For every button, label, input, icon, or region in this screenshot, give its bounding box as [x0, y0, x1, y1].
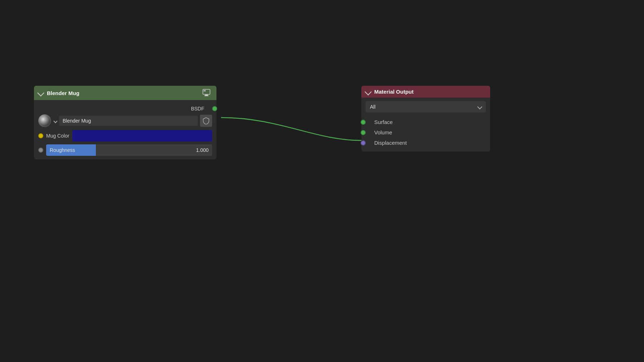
preview-icon[interactable] [202, 89, 212, 97]
dropdown-label: All [370, 104, 376, 110]
blender-mug-header: Blender Mug [34, 86, 216, 100]
mug-color-row: Mug Color [38, 130, 212, 142]
shield-button[interactable] [200, 115, 212, 127]
bsdf-output-socket[interactable] [212, 106, 217, 111]
material-output-node: Material Output All Surface Volume Displ… [361, 86, 490, 152]
material-output-collapse-chevron-icon[interactable] [365, 88, 372, 95]
surface-input-socket[interactable] [361, 120, 366, 125]
material-selector-row [38, 114, 212, 127]
small-chevron-icon [53, 119, 57, 123]
material-output-header: Material Output [361, 86, 490, 98]
blender-mug-body: BSDF Mug Color [34, 100, 216, 159]
collapse-chevron-icon[interactable] [37, 89, 44, 96]
roughness-value: 1.000 [196, 147, 209, 153]
mug-color-socket[interactable] [38, 133, 43, 138]
sphere-dropdown-chevron-icon [53, 118, 57, 124]
material-output-header-left: Material Output [366, 89, 414, 95]
connector-svg [0, 0, 644, 362]
render-engine-dropdown[interactable]: All [366, 101, 486, 113]
roughness-socket[interactable] [38, 148, 43, 153]
svg-rect-2 [204, 95, 209, 96]
dropdown-chevron-icon [477, 104, 482, 109]
volume-input-socket[interactable] [361, 130, 366, 135]
bsdf-to-surface-connector [221, 118, 361, 140]
surface-row: Surface [366, 117, 486, 127]
surface-label: Surface [374, 119, 393, 125]
sphere-icon [39, 115, 50, 126]
svg-rect-3 [204, 90, 206, 91]
bsdf-label: BSDF [191, 106, 204, 111]
displacement-label: Displacement [374, 140, 407, 146]
displacement-row: Displacement [366, 138, 486, 148]
volume-label: Volume [374, 129, 392, 135]
dropdown-row: All [366, 101, 486, 113]
roughness-slider[interactable]: Roughness 1.000 [46, 144, 212, 156]
material-sphere-button[interactable] [38, 114, 51, 127]
header-left: Blender Mug [38, 90, 79, 96]
material-output-title: Material Output [374, 89, 414, 95]
material-name-input[interactable] [59, 116, 198, 126]
displacement-input-socket[interactable] [361, 140, 366, 145]
volume-row: Volume [366, 127, 486, 138]
material-output-body: All Surface Volume Displacement [361, 98, 490, 152]
node-title: Blender Mug [47, 90, 79, 96]
roughness-row: Roughness 1.000 [38, 144, 212, 156]
blender-mug-node: Blender Mug BSDF [34, 86, 216, 159]
mug-color-swatch[interactable] [72, 130, 212, 142]
roughness-label: Roughness [50, 147, 75, 153]
mug-color-label: Mug Color [46, 133, 69, 139]
bsdf-row: BSDF [38, 104, 212, 114]
svg-rect-1 [205, 95, 208, 95]
